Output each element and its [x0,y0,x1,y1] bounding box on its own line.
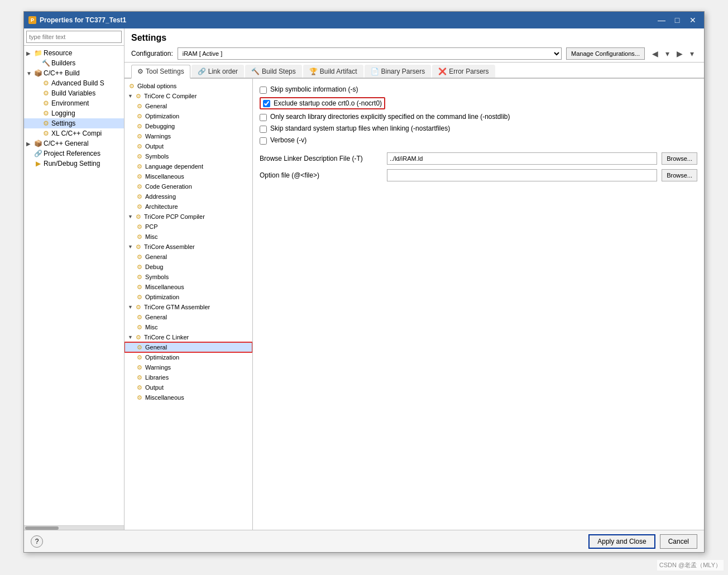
verbose-checkbox[interactable] [260,137,267,145]
skip-symbolic-checkbox[interactable] [260,87,267,94]
nav-menu-button[interactable]: ▾ [686,47,697,60]
main-area: Settings Configuration: iRAM [ Active ] … [124,28,704,530]
option-file-row: Option file (@<file>) Browse... [260,169,697,181]
build-steps-icon: 🔨 [251,68,260,75]
only-search-row: Only search library directories explicit… [260,113,697,121]
tool-tree-miscellaneous-asm[interactable]: ⚙ Miscellaneous [124,282,252,292]
tool-tree-debug-asm[interactable]: ⚙ Debug [124,262,252,272]
main-window: P Properties for TC377_Test1 — □ ✕ ▶ 📁 R… [23,11,705,553]
content-area: ▶ 📁 Resource 🔨 Builders ▼ 📦 C/C++ Build [24,28,704,530]
sidebar-item-cpp-build[interactable]: ▼ 📦 C/C++ Build [24,68,124,78]
tool-tree-miscellaneous-linker[interactable]: ⚙ Miscellaneous [124,392,252,402]
tool-tree-tricore-assembler[interactable]: ▼ ⚙ TriCore Assembler [124,242,252,252]
sidebar-item-run-debug[interactable]: ▶ Run/Debug Setting [24,159,124,169]
tool-tree-debugging[interactable]: ⚙ Debugging [124,121,252,131]
sidebar-scrollbar[interactable] [24,525,124,530]
sidebar: ▶ 📁 Resource 🔨 Builders ▼ 📦 C/C++ Build [24,28,124,530]
tool-tree-output[interactable]: ⚙ Output [124,141,252,151]
tool-tree-optimization-asm[interactable]: ⚙ Optimization [124,292,252,302]
link-order-icon: 🔗 [198,68,206,75]
tool-tree-warnings-linker[interactable]: ⚙ Warnings [124,362,252,372]
tool-tree-output-linker[interactable]: ⚙ Output [124,382,252,392]
tool-tree-general-linker[interactable]: ⚙ General [124,342,252,352]
minimize-button[interactable]: — [655,15,668,26]
tab-error-parsers[interactable]: ❌ Error Parsers [432,65,495,78]
tool-tree-optimization-linker[interactable]: ⚙ Optimization [124,352,252,362]
tool-tree-miscellaneous[interactable]: ⚙ Miscellaneous [124,171,252,181]
tool-tree-general-compiler[interactable]: ⚙ General [124,101,252,111]
tab-build-steps[interactable]: 🔨 Build Steps [245,65,302,78]
close-button[interactable]: ✕ [686,15,700,26]
cancel-button[interactable]: Cancel [660,534,697,549]
manage-configurations-button[interactable]: Manage Configurations... [566,47,645,60]
sidebar-tree: ▶ 📁 Resource 🔨 Builders ▼ 📦 C/C++ Build [24,46,124,525]
titlebar-left: P Properties for TC377_Test1 [28,16,126,24]
skip-startup-label: Skip standard system startup files when … [270,124,450,132]
apply-close-button[interactable]: Apply and Close [588,534,655,549]
sidebar-item-logging[interactable]: ⚙ Logging [24,108,124,118]
tool-tree-tricore-pcp[interactable]: ▼ ⚙ TriCore PCP Compiler [124,212,252,222]
skip-symbolic-row: Skip symbolic information (-s) [260,85,697,94]
only-search-label: Only search library directories explicit… [270,113,510,121]
tool-tree-general-asm[interactable]: ⚙ General [124,252,252,262]
option-file-input[interactable] [387,169,657,181]
sidebar-item-resource[interactable]: ▶ 📁 Resource [24,48,124,58]
browse-option-button[interactable]: Browse... [662,169,697,181]
tool-settings-icon: ⚙ [137,68,143,75]
tab-link-order[interactable]: 🔗 Link order [191,65,244,78]
tool-tree-architecture[interactable]: ⚙ Architecture [124,202,252,212]
tool-tree-warnings[interactable]: ⚙ Warnings [124,131,252,141]
browse-linker-label: Browse Linker Description File (-T) [260,155,382,162]
tool-tree-misc-pcp[interactable]: ⚙ Misc [124,232,252,242]
sidebar-item-advanced-build[interactable]: ⚙ Advanced Build S [24,78,124,88]
config-select[interactable]: iRAM [ Active ] [178,47,562,60]
help-button[interactable]: ? [31,535,43,548]
tab-tool-settings[interactable]: ⚙ Tool Settings [131,65,190,79]
sidebar-item-environment[interactable]: ⚙ Environment [24,98,124,108]
tab-build-artifact[interactable]: 🏆 Build Artifact [303,65,363,78]
tool-tree-tricore-c-compiler[interactable]: ▼ ⚙ TriCore C Compiler [124,91,252,101]
tool-tree-optimization[interactable]: ⚙ Optimization [124,111,252,121]
tool-tree-tricore-gtm[interactable]: ▼ ⚙ TriCore GTM Assembler [124,302,252,312]
nav-back-button[interactable]: ◀ [649,47,660,60]
tool-tree-addressing[interactable]: ⚙ Addressing [124,191,252,202]
nav-forward-button[interactable]: ▶ [674,47,685,60]
bottom-left: ? [31,535,43,548]
sidebar-item-project-references[interactable]: 🔗 Project References [24,148,124,159]
bottom-right: Apply and Close Cancel [588,534,697,549]
config-label: Configuration: [131,50,173,58]
only-search-checkbox[interactable] [260,114,267,121]
tab-binary-parsers[interactable]: 📄 Binary Parsers [365,65,432,78]
tool-tree-tricore-c-linker[interactable]: ▼ ⚙ TriCore C Linker [124,332,252,342]
tool-tree: ⚙ Global options ▼ ⚙ TriCore C Compiler … [124,79,253,530]
sidebar-item-cpp-general[interactable]: ▶ 📦 C/C++ General [24,138,124,148]
skip-symbolic-label: Skip symbolic information (-s) [270,85,358,93]
tool-tree-code-generation[interactable]: ⚙ Code Generation [124,181,252,191]
exclude-startup-label: Exclude startup code crt0.o (-nocrt0) [274,99,382,107]
filter-wrap [24,28,124,46]
tool-tree-misc-gtm[interactable]: ⚙ Misc [124,322,252,332]
browse-linker-input[interactable] [387,152,657,165]
tool-tree-symbols-asm[interactable]: ⚙ Symbols [124,272,252,282]
build-artifact-icon: 🏆 [309,68,318,75]
nav-dropdown-button[interactable]: ▾ [662,47,673,60]
sidebar-item-settings[interactable]: ⚙ Settings [24,118,124,128]
tool-tree-pcp[interactable]: ⚙ PCP [124,222,252,232]
verbose-label: Verbose (-v) [270,136,306,144]
tool-tree-libraries[interactable]: ⚙ Libraries [124,372,252,382]
tool-tree-language-dependent[interactable]: ⚙ Language dependent [124,161,252,171]
maximize-button[interactable]: □ [670,15,684,26]
browse-linker-button[interactable]: Browse... [662,152,697,165]
window-title: Properties for TC377_Test1 [40,16,126,24]
option-file-label: Option file (@<file>) [260,171,382,179]
skip-startup-checkbox[interactable] [260,126,267,133]
sidebar-item-xl-cpp[interactable]: ⚙ XL C/C++ Compi [24,128,124,138]
filter-input[interactable] [26,31,122,43]
bottom-bar: ? Apply and Close Cancel [24,530,704,552]
tool-tree-general-gtm[interactable]: ⚙ General [124,312,252,322]
tool-tree-symbols[interactable]: ⚙ Symbols [124,151,252,161]
tool-tree-global-options[interactable]: ⚙ Global options [124,81,252,91]
sidebar-item-build-variables[interactable]: ⚙ Build Variables [24,88,124,98]
exclude-startup-checkbox[interactable] [263,100,270,107]
sidebar-item-builders[interactable]: 🔨 Builders [24,58,124,68]
